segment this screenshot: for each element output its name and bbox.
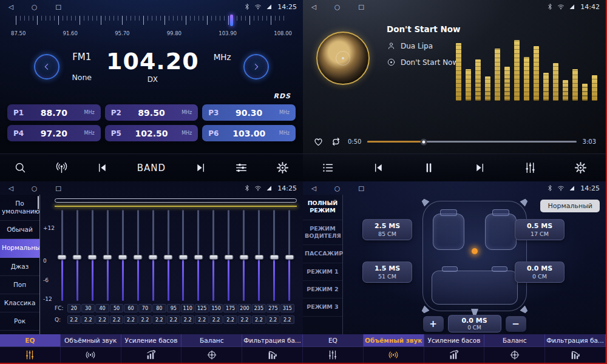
sound-preset-button[interactable]: Нормальный — [540, 200, 600, 212]
eq-band-slider[interactable] — [182, 210, 184, 301]
seek-bar[interactable] — [367, 141, 576, 143]
settings-button[interactable] — [574, 161, 587, 174]
eq-tab-icon[interactable] — [0, 347, 61, 363]
eq-band-slider[interactable] — [92, 210, 93, 301]
eq-preset-jazz[interactable]: Джаз — [0, 258, 39, 276]
tab-bass-boost[interactable]: Усиление басов — [121, 334, 182, 346]
eq-band-knob[interactable] — [254, 255, 263, 260]
radio-source-button[interactable] — [55, 161, 68, 174]
next-station-button[interactable] — [194, 161, 207, 174]
eq-scrollbar[interactable] — [55, 198, 297, 203]
equalizer-button[interactable] — [524, 161, 537, 174]
tab-filter[interactable]: Фильтрация ба... — [545, 334, 606, 346]
nav-home-button[interactable]: ○ — [32, 0, 37, 13]
balance-tab-icon[interactable] — [181, 347, 242, 363]
eq-band-knob[interactable] — [178, 255, 188, 260]
eq-preset-classic[interactable]: Классика — [0, 294, 39, 312]
scan-button[interactable] — [14, 161, 27, 174]
eq-band-slider[interactable] — [243, 210, 245, 301]
tab-bass-boost[interactable]: Усиление басов — [424, 334, 485, 346]
eq-band-knob[interactable] — [209, 255, 218, 260]
bass-boost-tab-icon[interactable] — [121, 347, 182, 363]
eq-band-knob[interactable] — [194, 255, 203, 260]
settings-button[interactable] — [276, 161, 289, 174]
nav-back-button[interactable]: ◁ — [311, 0, 316, 13]
eq-band-slider[interactable] — [107, 210, 109, 301]
eq-preset-pop[interactable]: Поп — [0, 276, 39, 294]
eq-band-slider[interactable] — [122, 210, 124, 301]
mode-full[interactable]: ПОЛНЫЙ РЕЖИМ — [303, 195, 342, 220]
eq-band-knob[interactable] — [224, 255, 233, 260]
seek-knob[interactable] — [421, 138, 427, 145]
eq-band-slider[interactable] — [212, 210, 214, 301]
tab-surround[interactable]: Объёмный звук — [61, 334, 121, 346]
eq-preset-rock[interactable]: Рок — [0, 312, 39, 331]
eq-band-knob[interactable] — [103, 255, 112, 260]
previous-track-button[interactable] — [372, 161, 385, 174]
eq-band-knob[interactable] — [149, 255, 158, 260]
nav-home-button[interactable]: ○ — [32, 181, 37, 195]
tab-eq[interactable]: EQ — [0, 334, 61, 346]
rear-left-delay-button[interactable]: 1.5 MS 51 CM — [362, 261, 412, 283]
tab-filter[interactable]: Фильтрация ба... — [242, 334, 303, 346]
tune-up-button[interactable] — [243, 54, 269, 79]
surround-tab-icon[interactable] — [364, 347, 424, 363]
eq-band-slider[interactable] — [168, 210, 169, 301]
audio-settings-button[interactable] — [235, 161, 248, 174]
eq-band-knob[interactable] — [134, 255, 143, 260]
balance-tab-icon[interactable] — [484, 347, 545, 363]
nav-recents-button[interactable]: □ — [55, 0, 61, 13]
nav-back-button[interactable]: ◁ — [311, 181, 316, 195]
tab-balance[interactable]: Баланс — [484, 334, 545, 346]
eq-band-knob[interactable] — [118, 255, 127, 260]
eq-band-slider[interactable] — [61, 210, 63, 301]
filter-tab-icon[interactable] — [545, 347, 606, 363]
eq-tab-icon[interactable] — [303, 347, 364, 363]
eq-band-knob[interactable] — [73, 255, 82, 260]
nav-back-button[interactable]: ◁ — [8, 181, 13, 195]
tab-balance[interactable]: Баланс — [181, 334, 242, 346]
nav-home-button[interactable]: ○ — [334, 181, 340, 195]
playlist-button[interactable] — [322, 161, 334, 174]
band-button[interactable]: BAND — [137, 163, 166, 174]
eq-band-slider[interactable] — [258, 210, 260, 301]
tab-eq[interactable]: EQ — [303, 334, 364, 346]
nav-recents-button[interactable]: □ — [358, 0, 364, 13]
nav-home-button[interactable]: ○ — [334, 0, 340, 13]
radio-preset-p3[interactable]: P390.30MHz — [202, 104, 296, 121]
previous-station-button[interactable] — [96, 161, 109, 174]
mode-2[interactable]: РЕЖИМ 2 — [303, 281, 342, 298]
nav-recents-button[interactable]: □ — [358, 181, 364, 195]
repeat-button[interactable] — [330, 136, 342, 147]
radio-preset-p1[interactable]: P188.70MHz — [7, 104, 101, 121]
nav-recents-button[interactable]: □ — [55, 181, 61, 195]
bass-boost-tab-icon[interactable] — [424, 347, 485, 363]
frequency-scale[interactable]: 87.50 91.60 95.70 99.80 103.90 108.00 — [16, 15, 287, 38]
eq-preset-custom[interactable]: Обычай — [0, 221, 39, 239]
eq-band-slider[interactable] — [288, 210, 290, 301]
mode-passenger[interactable]: ПАССАЖИР — [303, 245, 342, 263]
front-right-delay-button[interactable]: 0.5 MS 17 CM — [515, 219, 565, 240]
mode-driver[interactable]: РЕЖИМ ВОДИТЕЛЯ — [303, 220, 342, 246]
next-track-button[interactable] — [473, 161, 486, 174]
eq-band-knob[interactable] — [285, 255, 294, 260]
radio-preset-p2[interactable]: P289.50MHz — [105, 104, 198, 121]
eq-preset-default[interactable]: По умолчанию — [0, 195, 39, 221]
mode-1[interactable]: РЕЖИМ 1 — [303, 263, 342, 281]
favorite-button[interactable] — [313, 136, 324, 147]
eq-band-knob[interactable] — [88, 255, 97, 260]
surround-tab-icon[interactable] — [61, 347, 121, 363]
eq-band-slider[interactable] — [152, 210, 154, 301]
eq-band-slider[interactable] — [197, 210, 199, 301]
eq-band-knob[interactable] — [270, 255, 279, 260]
eq-band-knob[interactable] — [164, 255, 173, 260]
front-left-delay-button[interactable]: 2.5 MS 85 CM — [362, 219, 412, 240]
eq-preset-normal[interactable]: Нормальный — [0, 239, 39, 257]
eq-band-knob[interactable] — [58, 255, 67, 260]
radio-preset-p5[interactable]: P5102.50MHz — [105, 125, 198, 141]
radio-preset-p4[interactable]: P497.20MHz — [7, 125, 101, 141]
radio-preset-p6[interactable]: P6103.00MHz — [202, 125, 296, 141]
eq-band-slider[interactable] — [273, 210, 275, 301]
eq-band-slider[interactable] — [137, 210, 139, 301]
mode-3[interactable]: РЕЖИМ 3 — [303, 298, 342, 316]
